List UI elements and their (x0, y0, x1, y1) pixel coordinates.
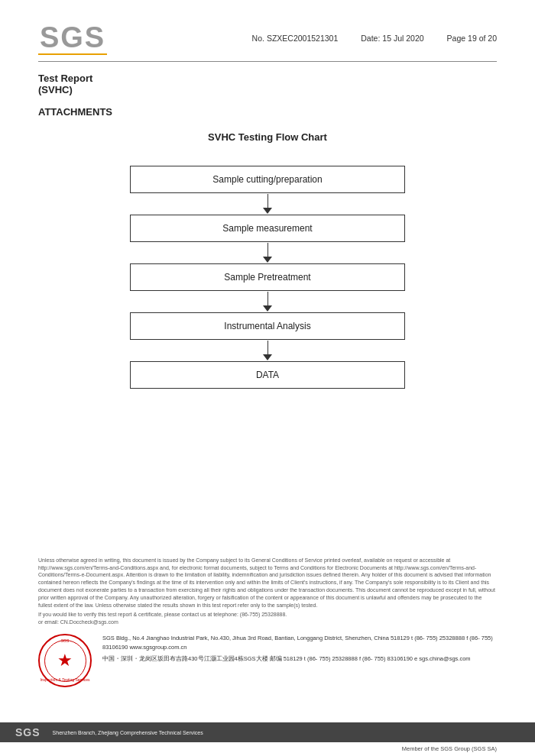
report-title: Test Report (SVHC) (38, 73, 497, 95)
report-date: Date: 15 Jul 2020 (361, 34, 423, 43)
footer-bottom-text: Shenzhen Branch, Zhejiang Comprehensive … (53, 730, 520, 735)
flow-step-3: Sample Pretreatment (130, 263, 405, 291)
page-info: Page 19 of 20 (447, 34, 497, 43)
footer-member: Member of the SGS Group (SGS SA) (402, 745, 497, 752)
page-container: SGS No. SZXEC2001521301 Date: 15 Jul 202… (0, 0, 535, 756)
seal-circle: ★ SGS Inspection & Testing Services (38, 634, 92, 687)
disclaimer-text: Unless otherwise agreed in writing, this… (38, 557, 497, 609)
seal-inner: ★ (44, 640, 86, 682)
footer-contact: SGS Bldg., No.4 Jianghao Industrial Park… (102, 634, 497, 664)
flow-arrow-2 (263, 242, 272, 263)
sgs-logo: SGS (40, 23, 105, 52)
disclaimer-email: or email: CN.Doccheck@sgs.com (38, 619, 497, 626)
arrow-line (268, 341, 268, 354)
arrow-head (263, 208, 272, 214)
flow-step-2: Sample measurement (130, 215, 405, 242)
footer-contact-line2: 中国・深圳・龙岗区坂田布吉路430号江灏工业园4栋SGS大楼 邮编 518129… (102, 654, 497, 664)
flow-step-1: Sample cutting/preparation (130, 166, 405, 193)
logo-area: SGS (38, 23, 107, 57)
arrow-head (263, 354, 272, 360)
flow-step-5: DATA (130, 361, 405, 389)
seal-text-top: SGS (40, 638, 90, 644)
arrow-head (263, 257, 272, 263)
arrow-line (268, 292, 268, 305)
logo-underline (38, 53, 107, 55)
seal-text-outer: Inspection & Testing Services (40, 677, 90, 683)
flow-chart-title: SVHC Testing Flow Chart (38, 131, 497, 143)
arrow-head (263, 305, 272, 312)
flow-arrow-3 (263, 291, 272, 312)
footer-bottom-line1: Shenzhen Branch, Zhejiang Comprehensive … (53, 730, 520, 735)
flow-arrow-1 (263, 193, 272, 215)
arrow-line (268, 243, 268, 257)
disclaimer-contact: If you would like to verify this test re… (38, 611, 497, 619)
header-right: No. SZXEC2001521301 Date: 15 Jul 2020 Pa… (252, 23, 497, 43)
header-meta: No. SZXEC2001521301 Date: 15 Jul 2020 Pa… (252, 34, 497, 43)
title-section: Test Report (SVHC) (38, 73, 497, 95)
header: SGS No. SZXEC2001521301 Date: 15 Jul 202… (38, 23, 497, 62)
seal-star: ★ (57, 649, 73, 673)
flow-chart-container: Sample cutting/preparation Sample measur… (122, 166, 413, 389)
arrow-line (268, 194, 268, 208)
footer-disclaimer: Unless otherwise agreed in writing, this… (38, 557, 497, 687)
sgs-bottom-logo: SGS (15, 726, 41, 738)
report-no: No. SZXEC2001521301 (252, 34, 339, 43)
flow-step-4: Instrumental Analysis (130, 312, 405, 340)
attachments-label: ATTACHMENTS (38, 106, 497, 118)
flow-arrow-4 (263, 340, 272, 361)
footer-contact-line1: SGS Bldg., No.4 Jianghao Industrial Park… (102, 634, 497, 652)
footer-bottom-bar: SGS Shenzhen Branch, Zhejiang Comprehens… (0, 722, 535, 742)
footer-seal-area: ★ SGS Inspection & Testing Services SGS … (38, 634, 497, 687)
